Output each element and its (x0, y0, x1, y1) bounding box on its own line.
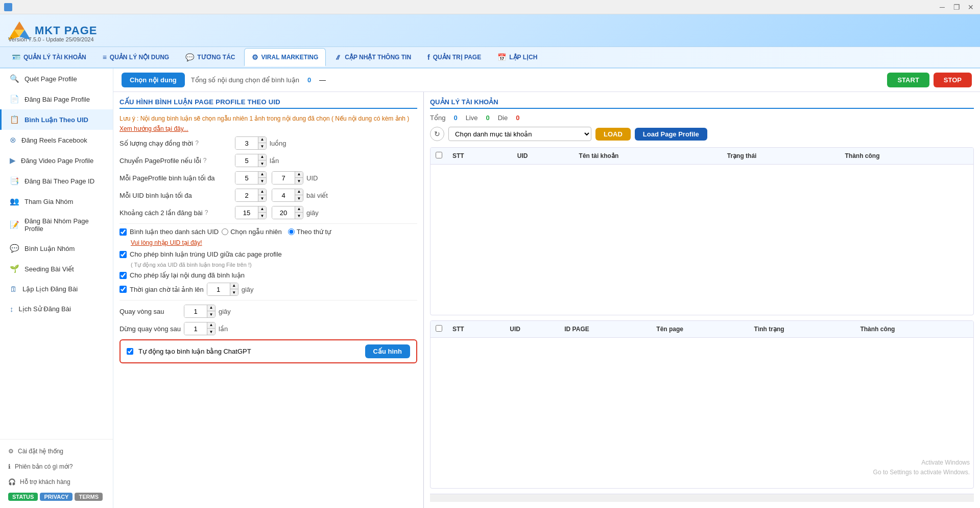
input-chuyen-page[interactable] (235, 154, 258, 167)
spin-up-so-luong[interactable]: ▲ (258, 136, 266, 143)
spin-up-moi-uid-1[interactable]: ▲ (258, 189, 266, 195)
spin-up-thoi-gian[interactable]: ▲ (230, 283, 238, 289)
input-quay-vong[interactable] (184, 305, 207, 317)
spin-down-so-luong[interactable]: ▼ (258, 143, 266, 150)
spin-down-quay-vong[interactable]: ▼ (207, 311, 215, 318)
spin-up-moi-uid-2[interactable]: ▲ (295, 189, 303, 195)
spin-up-chuyen-page[interactable]: ▲ (258, 154, 266, 160)
help-icon-so-luong[interactable]: ? (195, 140, 199, 147)
spin-btns-quay-vong: ▲ ▼ (207, 305, 215, 318)
sidebar-item-dang-bai[interactable]: 📄 Đăng Bài Page Profile (0, 89, 113, 109)
input-dung-quay[interactable] (184, 322, 207, 335)
right-panel: QUẢN LÝ TÀI KHOẢN Tổng 0 Live 0 Die 0 ↻ … (424, 92, 980, 508)
guide-link[interactable]: Xem hướng dẫn tại đây... (119, 125, 417, 132)
input-moi-page-2[interactable] (272, 172, 295, 184)
sidebar-item-seeding[interactable]: 🌱 Seeding Bài Viết (0, 259, 113, 279)
sidebar-icon-lich-su: ↕ (10, 305, 14, 313)
radio-ngau-nhien[interactable] (222, 228, 228, 235)
configure-button[interactable]: Cấu hình (365, 344, 410, 358)
badge-terms[interactable]: TERMS (75, 493, 103, 501)
radio-thu-tu[interactable] (288, 228, 295, 235)
table-1-check-all[interactable] (436, 152, 442, 158)
input-khoang-cach-1[interactable] (235, 206, 258, 219)
nav-item-lap-lich[interactable]: 📅 LẬP LỊCH (490, 48, 545, 66)
spin-moi-page-2: ▲ ▼ (272, 171, 303, 184)
table-2-check-all[interactable] (436, 325, 442, 332)
spin-down-moi-page-1[interactable]: ▼ (258, 178, 266, 184)
uid-link[interactable]: Vui lòng nhập UID tại đây! (131, 239, 417, 246)
sidebar-phien-ban[interactable]: ℹ Phiên bản có gì mới? (0, 459, 113, 474)
horizontal-scrollbar[interactable] (430, 494, 974, 502)
spin-down-khoang-cach-1[interactable]: ▼ (258, 213, 266, 219)
input-moi-uid-1[interactable] (235, 189, 258, 201)
spin-up-moi-page-1[interactable]: ▲ (258, 171, 266, 178)
spin-down-moi-uid-2[interactable]: ▼ (295, 195, 303, 202)
nav-item-viral-marketing[interactable]: ⚙ VIRAL MARKETING (244, 48, 326, 66)
sidebar-item-dang-bai-page-id[interactable]: 📑 Đăng Bài Theo Page ID (0, 171, 113, 191)
logo-text: MKT PAGE (35, 24, 97, 37)
minimize-button[interactable]: ─ (937, 2, 947, 12)
input-so-luong[interactable] (235, 137, 258, 149)
load-button[interactable]: LOAD (595, 128, 631, 141)
nav-icon-noi-dung: ≡ (103, 53, 107, 61)
sidebar-item-lap-lich[interactable]: 🗓 Lập Lịch Đăng Bài (0, 279, 113, 299)
sidebar-item-video[interactable]: ▶ Đăng Video Page Profile (0, 150, 113, 171)
sidebar-item-binh-luan-uid[interactable]: 📋 Bình Luận Theo UID (0, 109, 113, 130)
nav-item-quan-ly-tai-khoan[interactable]: 🪪 QUẢN LÝ TÀI KHOẢN (4, 48, 94, 66)
check-thoi-gian[interactable] (119, 286, 127, 293)
spin-down-thoi-gian[interactable]: ▼ (230, 289, 238, 296)
input-thoi-gian[interactable] (207, 283, 230, 295)
help-icon-chuyen-page[interactable]: ? (203, 157, 207, 164)
nav-item-noi-dung[interactable]: ≡ QUẢN LÝ NỘI DUNG (95, 48, 177, 66)
close-button[interactable]: ✕ (966, 2, 976, 12)
sidebar-item-quet-page[interactable]: 🔍 Quét Page Profile (0, 68, 113, 89)
label-thoi-gian: Thời gian chờ tải ảnh lên (130, 286, 204, 293)
spin-up-khoang-cach-1[interactable]: ▲ (258, 206, 266, 213)
sidebar-item-tham-gia-nhom[interactable]: 👥 Tham Gia Nhóm (0, 191, 113, 212)
spin-down-moi-page-2[interactable]: ▼ (295, 178, 303, 184)
spin-down-dung-quay[interactable]: ▼ (207, 329, 215, 335)
account-dropdown[interactable]: Chọn danh mục tài khoản (448, 127, 591, 141)
sidebar-item-dang-bai-nhom[interactable]: 📝 Đăng Bài Nhóm Page Profile (0, 212, 113, 238)
load-page-profile-button[interactable]: Load Page Profile (635, 128, 707, 141)
stop-button[interactable]: STOP (934, 73, 972, 87)
check-chatgpt[interactable] (127, 348, 133, 355)
radio-label-thu-tu[interactable]: Theo thứ tự (288, 228, 331, 236)
start-button[interactable]: START (887, 73, 929, 87)
check-trung-uid[interactable] (119, 251, 127, 258)
sidebar-cai-dat[interactable]: ⚙ Cài đặt hệ thống (0, 444, 113, 459)
check-bl-danh-sach[interactable] (119, 228, 127, 236)
nav-item-quan-tri-page[interactable]: f QUẢN TRỊ PAGE (420, 48, 489, 66)
spin-down-moi-uid-1[interactable]: ▼ (258, 195, 266, 202)
badge-privacy[interactable]: PRIVACY (40, 493, 73, 501)
input-khoang-cach-2[interactable] (272, 206, 295, 219)
sidebar-item-reels[interactable]: ⊗ Đăng Reels Facebook (0, 130, 113, 150)
radio-group-bl: Chọn ngẫu nhiên Theo thứ tự (222, 228, 331, 236)
help-icon-khoang-cach[interactable]: ? (205, 209, 208, 216)
nav-item-tuong-tac[interactable]: 💬 TƯƠNG TÁC (178, 48, 243, 66)
spin-down-khoang-cach-2[interactable]: ▼ (295, 213, 303, 219)
total-label: Tổng số nội dung chọn để bình luận (191, 76, 299, 84)
spin-up-dung-quay[interactable]: ▲ (207, 322, 215, 329)
spin-down-chuyen-page[interactable]: ▼ (258, 160, 266, 167)
spin-up-quay-vong[interactable]: ▲ (207, 305, 215, 311)
restore-button[interactable]: ❐ (951, 2, 962, 12)
spin-moi-page-1: ▲ ▼ (235, 171, 267, 184)
input-moi-uid-2[interactable] (272, 189, 295, 201)
sidebar-ho-tro[interactable]: 🎧 Hỗ trợ khách hàng (0, 474, 113, 490)
sidebar-item-binh-luan-nhom[interactable]: 💬 Bình Luận Nhóm (0, 238, 113, 259)
input-moi-page-1[interactable] (235, 172, 258, 184)
nav-item-cap-nhat[interactable]: ⫽ CẬP NHẬT THÔNG TIN (327, 48, 419, 66)
badge-status[interactable]: STATUS (8, 493, 38, 501)
refresh-button[interactable]: ↻ (430, 127, 444, 141)
choose-content-button[interactable]: Chọn nội dung (122, 73, 185, 87)
sidebar-item-lich-su[interactable]: ↕ Lịch Sử Đăng Bài (0, 299, 113, 319)
nav-label-tai-khoan: QUẢN LÝ TÀI KHOẢN (23, 54, 86, 61)
spin-up-khoang-cach-2[interactable]: ▲ (295, 206, 303, 213)
spin-up-moi-page-2[interactable]: ▲ (295, 171, 303, 178)
radio-label-ngau-nhien[interactable]: Chọn ngẫu nhiên (222, 228, 282, 236)
nav-label-cap-nhat: CẬP NHẬT THÔNG TIN (345, 54, 411, 61)
label-trung-uid: Cho phép bình luận trùng UID giữa các pa… (130, 250, 282, 258)
check-lay-lai[interactable] (119, 272, 127, 279)
spin-btns-moi-page-2: ▲ ▼ (295, 171, 303, 184)
